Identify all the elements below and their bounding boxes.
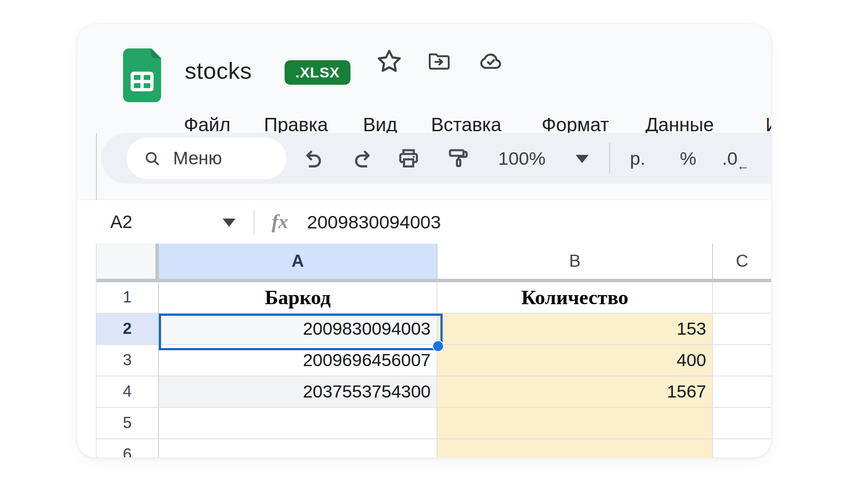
zoom-dropdown-arrow-icon[interactable] [576, 155, 589, 163]
cell-B6[interactable] [437, 439, 713, 457]
name-box[interactable]: A2 [110, 200, 132, 244]
column-header-b[interactable]: B [437, 244, 713, 282]
paint-format-button[interactable] [445, 146, 470, 171]
menus-search-button[interactable]: Меню [127, 138, 286, 179]
row-header-5[interactable]: 5 [96, 408, 159, 439]
cell-A1[interactable]: Баркод [159, 282, 437, 314]
cell-C2[interactable] [713, 314, 771, 345]
cell-A5[interactable] [159, 408, 437, 439]
row-header-2[interactable]: 2 [96, 314, 159, 345]
cell-B4[interactable]: 1567 [437, 376, 713, 408]
star-button[interactable] [376, 48, 403, 74]
cloud-saved-status[interactable] [477, 49, 504, 74]
cell-B3[interactable]: 400 [437, 345, 713, 376]
cell-C5[interactable] [713, 408, 771, 439]
move-to-folder-button[interactable] [426, 50, 452, 73]
column-header-a[interactable]: A [159, 244, 437, 282]
star-icon [376, 48, 403, 74]
undo-icon [300, 146, 325, 171]
decrease-decimal-label: .0 [722, 148, 738, 169]
cell-C4[interactable] [713, 376, 771, 408]
row-header-1[interactable]: 1 [96, 282, 159, 314]
google-sheets-logo-icon[interactable] [122, 48, 162, 103]
cell-B1[interactable]: Количество [437, 282, 713, 314]
spreadsheet-window: stocks .XLSX Файл Правка Вид Вставка Фор… [77, 24, 772, 458]
format-currency-button[interactable]: р. [630, 133, 645, 184]
fx-icon: fx [272, 200, 288, 243]
select-all-corner[interactable] [96, 244, 159, 282]
decrease-decimal-arrow-icon: ← [737, 158, 750, 173]
print-button[interactable] [396, 146, 421, 171]
row-header-4[interactable]: 4 [96, 376, 159, 408]
redo-icon [351, 146, 376, 171]
zoom-select[interactable]: 100% [498, 133, 546, 184]
formula-bar-divider [254, 210, 254, 234]
redo-button[interactable] [351, 146, 376, 171]
paint-roller-icon [445, 146, 470, 171]
print-icon [396, 146, 421, 171]
name-box-dropdown-arrow-icon[interactable] [223, 219, 236, 227]
cell-A6[interactable] [159, 439, 437, 457]
search-icon [142, 148, 162, 168]
folder-move-icon [426, 50, 452, 73]
document-title[interactable]: stocks [185, 57, 252, 84]
cell-B5[interactable] [437, 408, 713, 439]
cell-A4[interactable]: 2037553754300 [159, 376, 437, 408]
cloud-check-icon [477, 49, 504, 74]
cell-B2[interactable]: 153 [437, 314, 713, 345]
toolbar-divider [609, 143, 610, 174]
cell-C3[interactable] [713, 345, 771, 376]
toolbar: Меню [101, 133, 771, 184]
decrease-decimal-button[interactable]: .0← [722, 133, 750, 184]
row-header-6[interactable]: 6 [96, 439, 159, 457]
fill-handle[interactable] [433, 341, 443, 351]
cell-C6[interactable] [713, 439, 771, 457]
format-percent-button[interactable]: % [680, 133, 696, 184]
spreadsheet-grid: A B C 1 Баркод Количество 2 200983009400… [96, 244, 771, 457]
menus-search-label: Меню [173, 148, 222, 169]
row-header-3[interactable]: 3 [96, 345, 159, 376]
formula-input[interactable]: 2009830094003 [307, 200, 441, 244]
cell-C1[interactable] [713, 282, 771, 314]
undo-button[interactable] [300, 146, 325, 171]
formula-bar: A2 fx 2009830094003 [77, 200, 771, 244]
xlsx-format-badge: .XLSX [285, 60, 350, 85]
selected-cell-outline [159, 314, 443, 350]
column-header-c[interactable]: C [713, 244, 771, 282]
